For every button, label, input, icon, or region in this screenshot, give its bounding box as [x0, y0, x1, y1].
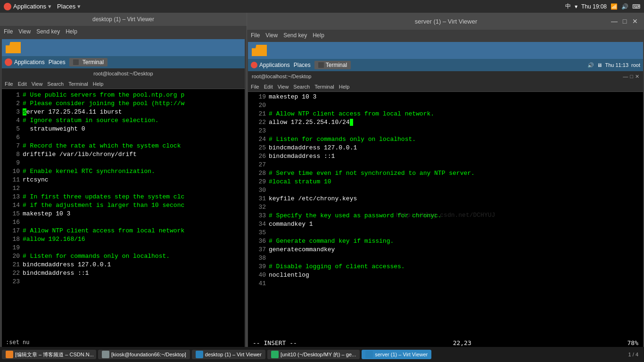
- wifi-icon: 📶: [611, 3, 618, 10]
- left-inner-apps[interactable]: Applications: [5, 58, 45, 66]
- vim-insert-mode: -- INSERT --: [253, 339, 297, 346]
- right-terminal-content[interactable]: http://blog.csdn.net/DCHYUJ 19 makestep …: [248, 92, 643, 337]
- right-inner-places-label[interactable]: Places: [294, 62, 311, 68]
- desktop-viewer-label: desktop (1) – Virt Viewer: [205, 352, 262, 357]
- right-inner-places[interactable]: Places: [294, 62, 311, 68]
- left-t-menu-view[interactable]: View: [32, 81, 43, 87]
- left-terminal-title-text: root@localhost:~/Desktop: [93, 71, 153, 76]
- terminal-line: 30: [252, 186, 639, 195]
- unit10-label: [unit10 (~/Desktop/MY 的) – ge...: [281, 351, 356, 358]
- left-menu-view[interactable]: View: [18, 28, 31, 35]
- terminal-line: 34 commandkey 1: [252, 220, 639, 229]
- left-window-title: desktop (1) – Virt Viewer: [92, 16, 154, 23]
- left-t-menu-search[interactable]: Search: [47, 81, 64, 87]
- right-terminal-tab-icon: [318, 62, 324, 68]
- places-chevron-icon: ▾: [77, 3, 81, 10]
- unit10-icon: [271, 351, 279, 358]
- terminal-line: 4 # Ignore stratum in source selection.: [6, 116, 241, 125]
- inner-apps-label[interactable]: Applications: [14, 59, 45, 66]
- maximize-button[interactable]: □: [621, 18, 628, 25]
- right-inner-taskbar: Applications Places Terminal 🔊 🖥 Thu 11:…: [248, 59, 643, 71]
- left-menu-help[interactable]: Help: [66, 28, 77, 35]
- right-t-menu-help[interactable]: Help: [339, 84, 350, 90]
- terminal-line: 21 # Allow NTP client access from local …: [252, 110, 639, 118]
- applications-menu[interactable]: Applications: [13, 3, 46, 10]
- kiosk-icon: [102, 351, 109, 358]
- right-t-menu-edit[interactable]: Edit: [264, 84, 273, 90]
- taskbar-item-unit10[interactable]: [unit10 (~/Desktop/MY 的) – ge...: [267, 350, 360, 359]
- right-menu-file[interactable]: File: [251, 32, 260, 39]
- right-inner-apps-label[interactable]: Applications: [259, 62, 290, 68]
- taskbar-item-server-viewer[interactable]: server (1) – Virt Viewer: [362, 350, 431, 359]
- terminal-line: 6: [6, 133, 241, 142]
- system-bar: Applications ▾ Places ▾ 中 ▾ Thu 19:08 📶 …: [0, 0, 644, 13]
- inner-places-label[interactable]: Places: [49, 59, 66, 66]
- left-t-menu-file[interactable]: File: [5, 81, 13, 87]
- left-terminal-content[interactable]: 1 # Use public servers from the pool.ntp…: [2, 89, 245, 337]
- taskbar-item-desktop-viewer[interactable]: desktop (1) – Virt Viewer: [192, 350, 265, 359]
- right-terminal-minimize[interactable]: —: [623, 74, 628, 80]
- taskbar-item-csdn[interactable]: [编辑文章 – 博客频道 – CSDN.N...: [2, 350, 96, 359]
- right-menu-help[interactable]: Help: [313, 32, 324, 39]
- left-terminal-title: root@localhost:~/Desktop: [2, 68, 245, 79]
- chevron-down-icon: ▾: [48, 3, 51, 10]
- system-bar-right: 中 ▾ Thu 19:08 📶 🔊 ⌨: [565, 2, 640, 10]
- left-terminal-menubar: File Edit View Search Terminal Help: [2, 79, 245, 89]
- terminal-line: 28 # Serve time even if not synchronized…: [252, 169, 639, 178]
- right-menu-sendkey[interactable]: Send key: [283, 32, 307, 39]
- language-indicator[interactable]: 中: [565, 2, 571, 10]
- minimize-button[interactable]: —: [611, 18, 618, 25]
- right-folder-icon: [252, 45, 267, 56]
- places-menu[interactable]: Places: [57, 3, 75, 10]
- terminal-line: 22 allow 172.25.254.10/24: [252, 118, 639, 127]
- server-viewer-label: server (1) – Virt Viewer: [375, 352, 428, 357]
- close-button[interactable]: ✕: [632, 18, 638, 25]
- terminal-tab-icon: [73, 59, 79, 65]
- folder-icon: [6, 42, 21, 53]
- left-t-menu-help[interactable]: Help: [93, 81, 104, 87]
- taskbar-item-kiosk[interactable]: [kiosk@foundation66:~/Desktop]: [98, 350, 190, 359]
- terminal-line: 40 noclientlog: [252, 271, 639, 280]
- terminal-line: 41: [252, 280, 639, 288]
- terminal-line: 21 bindcmdaddress 127.0.0.1: [6, 261, 241, 269]
- right-inner-terminal-tab[interactable]: Terminal: [314, 61, 351, 69]
- right-terminal-close[interactable]: ✕: [635, 74, 639, 80]
- right-menu-bar: File View Send key Help: [247, 30, 644, 41]
- terminal-line: 31 keyfile /etc/chrony.keys: [252, 195, 639, 203]
- terminal-line: 20: [252, 101, 639, 110]
- left-inner-places[interactable]: Places: [49, 59, 66, 66]
- right-inner-apps[interactable]: Applications: [251, 62, 290, 68]
- kiosk-label: [kiosk@foundation66:~/Desktop]: [111, 352, 186, 357]
- left-terminal-statusbar: :set nu: [2, 337, 245, 347]
- right-inner-taskbar-left: Applications Places Terminal: [251, 61, 351, 69]
- clock: Thu 19:08: [581, 3, 607, 10]
- left-inner-vm: Applications Places Terminal root@localh…: [2, 39, 245, 360]
- app-icon: [4, 3, 11, 10]
- terminal-line: 18 #allow 192.168/16: [6, 235, 241, 244]
- right-inner-screen-icon: 🖥: [597, 62, 602, 68]
- terminal-line: 27: [252, 161, 639, 169]
- right-terminal-restore[interactable]: □: [630, 74, 633, 80]
- right-inner-vm: Applications Places Terminal 🔊 🖥 Thu 11:…: [248, 42, 643, 361]
- terminal-line: 1 # Use public servers from the pool.ntp…: [6, 91, 241, 99]
- terminal-line: 9: [6, 159, 241, 167]
- left-inner-terminal-tab[interactable]: Terminal: [69, 58, 107, 66]
- volume-icon: 🔊: [621, 3, 628, 10]
- terminal-line: 22 bindcmdaddress ::1: [6, 269, 241, 278]
- right-menu-view[interactable]: View: [265, 32, 278, 39]
- left-menu-file[interactable]: File: [4, 28, 13, 35]
- left-t-menu-terminal[interactable]: Terminal: [68, 81, 88, 87]
- left-vim-command: :set nu: [6, 339, 30, 346]
- terminal-line: 23: [6, 278, 241, 286]
- left-vm-desktop-bar: [2, 39, 245, 56]
- right-inner-terminal-label[interactable]: Terminal: [326, 62, 347, 68]
- left-title-bar: desktop (1) – Virt Viewer: [0, 13, 247, 26]
- inner-terminal-label[interactable]: Terminal: [83, 59, 104, 66]
- right-t-menu-view[interactable]: View: [278, 84, 289, 90]
- left-menu-sendkey[interactable]: Send key: [36, 28, 60, 35]
- right-window-title: server (1) – Virt Viewer: [281, 18, 611, 25]
- left-t-menu-edit[interactable]: Edit: [18, 81, 27, 87]
- right-t-menu-file[interactable]: File: [251, 84, 259, 90]
- right-t-menu-search[interactable]: Search: [293, 84, 310, 90]
- right-t-menu-terminal[interactable]: Terminal: [314, 84, 334, 90]
